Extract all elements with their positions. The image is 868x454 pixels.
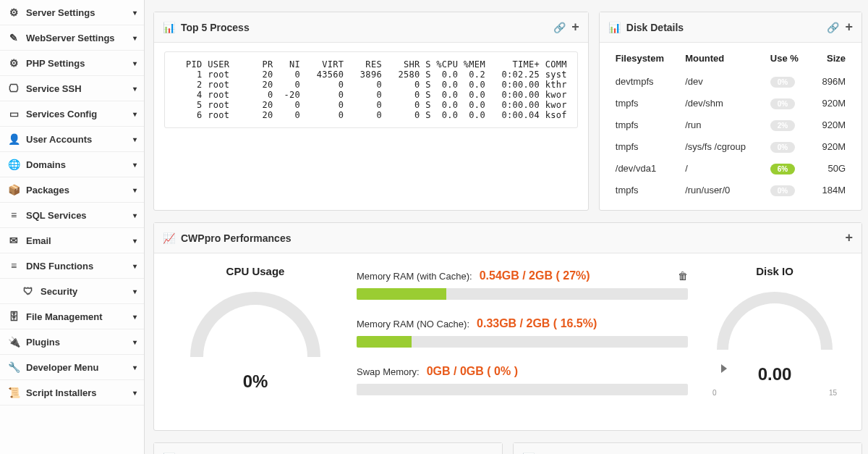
cell-fs: tmpfs [613, 114, 682, 136]
sidebar-icon: ▭ [7, 108, 20, 119]
sidebar-icon: 🌐 [7, 159, 20, 170]
mem-cache-value: 0.54GB / 2GB ( 27%) [480, 269, 590, 282]
sidebar-icon: 🗄 [7, 311, 20, 322]
sidebar-item-label: SQL Services [26, 210, 133, 221]
sidebar-item-email[interactable]: ✉Email▾ [0, 228, 144, 253]
bar-chart-icon: 📊 [163, 22, 175, 33]
panel-header-process: 📊 Process + [154, 443, 502, 454]
trash-icon[interactable]: 🗑 [678, 270, 688, 282]
panel-services-status: 📊 Services Status ↗ + [513, 442, 862, 454]
cell-size: 920M [811, 93, 848, 114]
cell-size: 184M [811, 180, 848, 201]
sidebar-item-label: File Management [26, 311, 133, 322]
sidebar-item-label: Packages [26, 185, 133, 196]
link-icon[interactable]: 🔗 [553, 22, 566, 33]
expand-icon[interactable]: + [571, 20, 579, 35]
main: 📊 Top 5 Process 🔗 + PID USER PR NI VIRT … [145, 0, 868, 454]
cell-mounted: /dev [682, 71, 767, 93]
cell-size: 920M [811, 136, 848, 158]
diskio-value: 0.00 [702, 364, 847, 384]
sidebar-item-developer-menu[interactable]: 🔧Developer Menu▾ [0, 355, 144, 380]
sidebar-item-user-accounts[interactable]: 👤User Accounts▾ [0, 127, 144, 152]
line-chart-icon: 📈 [163, 232, 175, 244]
sidebar-item-services-config[interactable]: ▭Services Config▾ [0, 101, 144, 127]
cell-fs: tmpfs [613, 136, 682, 158]
sidebar-item-script-installers[interactable]: 📜Script Installers▾ [0, 380, 144, 405]
mem-cache-label: Memory RAM (with Cache): [357, 271, 472, 282]
chevron-down-icon: ▾ [133, 287, 137, 295]
mem-nocache-value: 0.33GB / 2GB ( 16.5%) [477, 317, 597, 330]
sidebar-icon: ⚙ [7, 7, 20, 18]
diskio-gauge-arc [717, 292, 833, 350]
cpu-title: CPU Usage [169, 265, 342, 277]
mem-nocache-row: Memory RAM (NO Cache): 0.33GB / 2GB ( 16… [357, 317, 688, 348]
chevron-down-icon: ▾ [133, 237, 137, 245]
expand-icon[interactable]: + [845, 450, 853, 454]
sidebar-item-label: User Accounts [26, 134, 133, 145]
panel-top5-process: 📊 Top 5 Process 🔗 + PID USER PR NI VIRT … [153, 12, 589, 211]
mem-nocache-bar [357, 336, 688, 348]
sidebar-item-webserver-settings[interactable]: ✎WebServer Settings▾ [0, 25, 144, 51]
link-icon[interactable]: 🔗 [827, 22, 839, 33]
cell-use: 0% [767, 93, 811, 114]
sidebar-icon: ✎ [7, 32, 20, 43]
sidebar-icon: 📜 [7, 387, 20, 398]
chevron-down-icon: ▾ [133, 9, 137, 17]
mem-nocache-bar-fill [357, 336, 412, 348]
cell-fs: tmpfs [613, 93, 682, 114]
sidebar-item-dns-functions[interactable]: ≡DNS Functions▾ [0, 253, 144, 279]
sidebar-item-plugins[interactable]: 🔌Plugins▾ [0, 329, 144, 355]
sidebar-item-file-management[interactable]: 🗄File Management▾ [0, 304, 144, 329]
table-row: devtmpfs/dev0%896M [613, 71, 848, 93]
sidebar-icon: ⚙ [7, 57, 20, 69]
cell-mounted: /dev/shm [682, 93, 767, 114]
sidebar-item-service-ssh[interactable]: 🖵Service SSH▾ [0, 76, 144, 101]
expand-icon[interactable]: + [485, 450, 493, 454]
col-mounted: Mounted [682, 49, 767, 71]
sidebar-item-label: Plugins [26, 337, 133, 348]
swap-label: Swap Memory: [357, 366, 420, 377]
sidebar-item-packages[interactable]: 📦Packages▾ [0, 177, 144, 203]
sidebar-icon: 🔌 [7, 336, 20, 348]
sidebar-item-server-settings[interactable]: ⚙Server Settings▾ [0, 0, 144, 25]
sidebar-item-php-settings[interactable]: ⚙PHP Settings▾ [0, 51, 144, 76]
sidebar-icon: 🛡 [22, 285, 35, 297]
chevron-down-icon: ▾ [133, 262, 137, 270]
sidebar-item-label: DNS Functions [26, 261, 133, 272]
bar-chart-icon: 📊 [608, 22, 621, 33]
chevron-down-icon: ▾ [133, 110, 137, 118]
top5-title: Top 5 Process [181, 22, 549, 33]
cell-use: 6% [767, 158, 811, 180]
sidebar-icon: 👤 [7, 133, 20, 145]
cell-mounted: /sys/fs /cgroup [682, 136, 767, 158]
panel-disk-details: 📊 Disk Details 🔗 + Filesystem Mounted Us… [599, 12, 862, 211]
sidebar-icon: ≡ [7, 260, 20, 272]
expand-icon[interactable]: + [845, 20, 853, 35]
sidebar-icon: 🔧 [7, 361, 20, 373]
sidebar-item-label: Server Settings [26, 7, 133, 18]
cell-mounted: / [682, 158, 767, 180]
mem-cache-bar-fill [357, 288, 446, 300]
sidebar-item-security[interactable]: 🛡Security▾ [0, 279, 144, 304]
sidebar-item-domains[interactable]: 🌐Domains▾ [0, 152, 144, 177]
sidebar-item-label: PHP Settings [26, 58, 133, 69]
chevron-down-icon: ▾ [133, 389, 137, 397]
panel-performances: 📈 CWPpro Performances + CPU Usage 0% [153, 222, 862, 431]
disk-title: Disk Details [626, 22, 823, 33]
panel-header-top5: 📊 Top 5 Process 🔗 + [154, 12, 588, 43]
cell-use: 0% [767, 71, 811, 93]
col-filesystem: Filesystem [613, 49, 682, 71]
sidebar-item-label: Developer Menu [26, 362, 133, 373]
chevron-down-icon: ▾ [133, 211, 137, 219]
cell-size: 896M [811, 71, 848, 93]
chevron-down-icon: ▾ [133, 313, 137, 321]
cpu-value: 0% [169, 371, 342, 392]
sidebar-item-sql-services[interactable]: ≡SQL Services▾ [0, 203, 144, 228]
expand-icon[interactable]: + [845, 230, 853, 245]
cpu-gauge: CPU Usage 0% [169, 265, 342, 413]
diskio-max: 15 [829, 389, 837, 397]
sidebar-item-label: Email [26, 235, 133, 246]
sidebar: ⚙Server Settings▾✎WebServer Settings▾⚙PH… [0, 0, 145, 454]
table-row: tmpfs/run2%920M [613, 114, 848, 136]
panel-header-services: 📊 Services Status ↗ + [514, 443, 861, 454]
